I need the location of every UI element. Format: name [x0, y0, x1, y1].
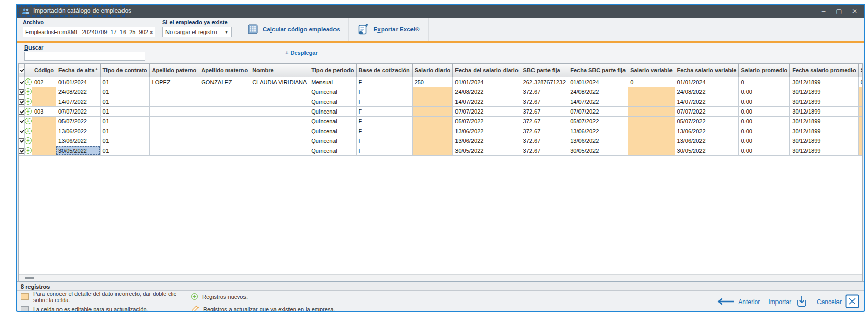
row-checkbox[interactable]	[19, 109, 24, 115]
cell-sbc-parte-fija[interactable]: 372.67	[521, 116, 568, 126]
cell-nombre[interactable]	[250, 146, 309, 155]
cell-fecha-de-alta[interactable]: 07/07/2022	[56, 106, 100, 116]
cell-fecha-sbc-parte-fija[interactable]: 30/05/2022	[568, 146, 628, 155]
column-header-codigo[interactable]: Código	[32, 64, 56, 77]
column-header-fecha-del-salario-diario[interactable]: Fecha del salario diario	[453, 64, 521, 77]
archivo-input[interactable]	[23, 27, 155, 37]
column-header-base-de-cotizacion[interactable]: Base de cotización	[356, 64, 412, 77]
cell-base-de-cotizacion[interactable]: F	[356, 126, 412, 136]
select-all-header[interactable]	[19, 64, 25, 77]
row-checkbox[interactable]	[19, 148, 24, 154]
cell-fecha-sbc-parte-fija[interactable]: 14/07/2022	[568, 97, 628, 106]
cell-nombre[interactable]	[250, 116, 309, 126]
desplegar-link[interactable]: + Desplegar	[285, 50, 318, 56]
cell-fecha-de-alta[interactable]: 13/06/2022	[56, 136, 100, 146]
cell-salario-variable[interactable]	[628, 126, 675, 136]
cell-fecha-del-salario-diario[interactable]: 14/07/2022	[453, 97, 521, 106]
cell-tipo-de-contrato[interactable]: 01	[100, 87, 149, 97]
cell-codigo[interactable]	[32, 126, 56, 136]
cell-base-de-cotizacion[interactable]: F	[356, 136, 412, 146]
cell-salario-variable[interactable]: 0	[628, 77, 675, 87]
cell-apellido-materno[interactable]	[199, 126, 250, 136]
cell-salario-mixto[interactable]: 0	[858, 77, 863, 87]
row-select-cell[interactable]	[19, 87, 25, 97]
cell-fecha-de-alta[interactable]: 05/07/2022	[56, 116, 100, 126]
column-header-apellido-paterno[interactable]: Apellido paterno	[149, 64, 199, 77]
cell-apellido-paterno[interactable]	[149, 87, 199, 97]
cell-salario-mixto[interactable]	[858, 116, 863, 126]
cell-base-de-cotizacion[interactable]: F	[356, 146, 412, 155]
cell-salario-variable[interactable]	[628, 116, 675, 126]
cell-tipo-de-periodo[interactable]: Quincenal	[309, 146, 356, 155]
cell-tipo-de-contrato[interactable]: 01	[100, 116, 149, 126]
horizontal-scrollbar-thumb[interactable]	[25, 277, 34, 279]
cell-salario-promedio[interactable]: 0.00	[739, 136, 790, 146]
cell-fecha-sbc-parte-fija[interactable]: 24/08/2022	[568, 87, 628, 97]
cell-salario-variable[interactable]	[628, 146, 675, 155]
cell-nombre[interactable]: CLAUDIA VIRIDIANA	[250, 77, 309, 87]
maximize-button[interactable]: ▢	[831, 5, 847, 18]
cell-salario-diario[interactable]	[412, 146, 453, 155]
row-select-cell[interactable]	[19, 106, 25, 116]
cell-salario-mixto[interactable]	[858, 106, 863, 116]
cell-fecha-salario-promedio[interactable]: 30/12/1899	[790, 97, 858, 106]
cell-fecha-salario-promedio[interactable]: 30/12/1899	[790, 136, 858, 146]
cell-apellido-paterno[interactable]: LOPEZ	[149, 77, 199, 87]
cell-sbc-parte-fija[interactable]: 372.67	[521, 126, 568, 136]
cell-fecha-del-salario-diario[interactable]: 13/06/2022	[453, 126, 521, 136]
cell-fecha-salario-variable[interactable]: 13/06/2022	[675, 136, 739, 146]
column-header-salario-variable[interactable]: Salario variable	[628, 64, 675, 77]
cell-fecha-del-salario-diario[interactable]: 07/07/2022	[453, 106, 521, 116]
cell-sbc-parte-fija[interactable]: 372.67	[521, 136, 568, 146]
cell-apellido-paterno[interactable]	[149, 146, 199, 155]
cell-fecha-salario-promedio[interactable]: 30/12/1899	[790, 87, 858, 97]
cell-fecha-de-alta[interactable]: 14/07/2022	[56, 97, 100, 106]
cell-nombre[interactable]	[250, 106, 309, 116]
cell-nombre[interactable]	[250, 136, 309, 146]
importar-button[interactable]: Importar	[768, 295, 809, 309]
cell-base-de-cotizacion[interactable]: F	[356, 87, 412, 97]
cell-salario-promedio[interactable]: 0.00	[739, 87, 790, 97]
cell-apellido-materno[interactable]	[199, 146, 250, 155]
cell-sbc-parte-fija[interactable]: 372.67	[521, 106, 568, 116]
row-select-cell[interactable]	[19, 77, 25, 87]
cell-salario-mixto[interactable]	[858, 146, 863, 155]
cell-fecha-salario-variable[interactable]: 07/07/2022	[675, 106, 739, 116]
row-checkbox[interactable]	[19, 80, 24, 85]
cell-fecha-del-salario-diario[interactable]: 13/06/2022	[453, 136, 521, 146]
horizontal-scrollbar[interactable]	[19, 274, 862, 281]
cell-fecha-del-salario-diario[interactable]: 30/05/2022	[453, 146, 521, 155]
cell-fecha-sbc-parte-fija[interactable]: 13/06/2022	[568, 126, 628, 136]
cell-codigo[interactable]: 003	[32, 106, 56, 116]
cell-sbc-parte-fija[interactable]: 372.67	[521, 146, 568, 155]
cell-fecha-salario-promedio[interactable]: 30/12/1899	[790, 126, 858, 136]
cell-salario-mixto[interactable]	[858, 136, 863, 146]
cell-codigo[interactable]	[32, 136, 56, 146]
cell-tipo-de-periodo[interactable]: Quincenal	[309, 136, 356, 146]
row-select-cell[interactable]	[19, 136, 25, 146]
cell-salario-diario[interactable]	[412, 106, 453, 116]
row-select-cell[interactable]	[19, 97, 25, 106]
cell-codigo[interactable]: 002	[32, 77, 56, 87]
row-checkbox[interactable]	[19, 119, 24, 124]
column-header-fecha-sbc-parte-fija[interactable]: Fecha SBC parte fija	[568, 64, 628, 77]
cell-fecha-sbc-parte-fija[interactable]: 13/06/2022	[568, 136, 628, 146]
cell-fecha-de-alta[interactable]: 01/01/2024	[56, 77, 100, 87]
cell-base-de-cotizacion[interactable]: F	[356, 77, 412, 87]
column-header-sbc-parte-fija[interactable]: SBC parte fija	[521, 64, 568, 77]
cell-apellido-materno[interactable]	[199, 97, 250, 106]
cell-fecha-del-salario-diario[interactable]: 01/01/2024	[453, 77, 521, 87]
cell-tipo-de-contrato[interactable]: 01	[100, 136, 149, 146]
cell-apellido-materno[interactable]	[199, 87, 250, 97]
cell-nombre[interactable]	[250, 87, 309, 97]
cell-apellido-paterno[interactable]	[149, 116, 199, 126]
cell-apellido-materno[interactable]	[199, 116, 250, 126]
cell-fecha-de-alta[interactable]: 24/08/2022	[56, 87, 100, 97]
column-header-salario-mixto[interactable]: Salario mixto	[858, 64, 863, 77]
cell-salario-promedio[interactable]: 0	[739, 77, 790, 87]
cell-codigo[interactable]	[32, 146, 56, 155]
cell-salario-variable[interactable]	[628, 106, 675, 116]
cell-salario-mixto[interactable]	[858, 97, 863, 106]
cell-fecha-salario-variable[interactable]: 14/07/2022	[675, 97, 739, 106]
cell-tipo-de-contrato[interactable]: 01	[100, 97, 149, 106]
